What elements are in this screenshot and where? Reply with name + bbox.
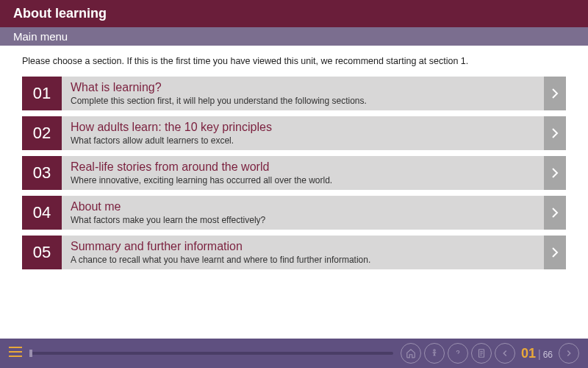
- footer-controls: 01 | 66: [401, 343, 579, 364]
- home-button[interactable]: [401, 343, 421, 364]
- section-description: Where innovative, exciting learning has …: [71, 175, 535, 185]
- page-title: About learning: [13, 6, 107, 21]
- accessibility-button[interactable]: [424, 343, 445, 364]
- page-title-bar: About learning: [0, 0, 588, 27]
- chevron-right-icon: [544, 156, 566, 190]
- svg-rect-1: [9, 351, 22, 353]
- main-content: Please choose a section. If this is the …: [0, 46, 588, 286]
- section-number: 02: [22, 116, 62, 150]
- instruction-text: Please choose a section. If this is the …: [22, 56, 566, 66]
- chevron-right-icon: [544, 196, 566, 230]
- section-description: A chance to recall what you have learnt …: [71, 255, 535, 265]
- section-item-04[interactable]: 04About meWhat factors make you learn th…: [22, 196, 566, 230]
- section-number: 05: [22, 236, 62, 269]
- svg-rect-2: [9, 355, 22, 357]
- section-title: Summary and further information: [71, 240, 535, 253]
- menu-icon[interactable]: [9, 347, 22, 360]
- section-item-01[interactable]: 01What is learning?Complete this section…: [22, 77, 566, 110]
- section-body: How adults learn: the 10 key principlesW…: [62, 116, 544, 150]
- section-number: 03: [22, 156, 62, 190]
- chevron-right-icon: [544, 236, 566, 269]
- section-body: About meWhat factors make you learn the …: [62, 196, 544, 230]
- page-counter: 01 | 66: [521, 346, 553, 361]
- page-separator: |: [538, 348, 541, 360]
- svg-point-3: [434, 350, 435, 351]
- progress-thumb[interactable]: [29, 350, 32, 357]
- help-button[interactable]: [448, 343, 468, 364]
- page-subtitle-bar: Main menu: [0, 27, 588, 46]
- notes-button[interactable]: [471, 343, 492, 364]
- section-body: What is learning?Complete this section f…: [62, 77, 544, 110]
- section-title: How adults learn: the 10 key principles: [71, 121, 535, 134]
- section-item-02[interactable]: 02How adults learn: the 10 key principle…: [22, 116, 566, 150]
- section-item-05[interactable]: 05Summary and further informationA chanc…: [22, 236, 566, 269]
- section-description: What factors allow adult learners to exc…: [71, 135, 535, 146]
- current-page: 01: [521, 346, 536, 361]
- section-number: 01: [22, 77, 62, 110]
- section-title: Real-life stories from around the world: [71, 160, 535, 174]
- sections-list: 01What is learning?Complete this section…: [22, 77, 566, 269]
- section-title: About me: [71, 200, 535, 213]
- section-description: What factors make you learn the most eff…: [71, 215, 535, 225]
- total-pages: 66: [543, 350, 553, 360]
- section-number: 04: [22, 196, 62, 230]
- chevron-right-icon: [544, 77, 566, 110]
- prev-button[interactable]: [495, 343, 515, 364]
- section-body: Summary and further informationA chance …: [62, 236, 544, 269]
- footer-bar: 01 | 66: [0, 339, 588, 368]
- section-body: Real-life stories from around the worldW…: [62, 156, 544, 190]
- section-title: What is learning?: [71, 81, 535, 94]
- chevron-right-icon: [544, 116, 566, 150]
- section-item-03[interactable]: 03Real-life stories from around the worl…: [22, 156, 566, 190]
- section-description: Complete this section first, it will hel…: [71, 96, 535, 106]
- progress-bar[interactable]: [29, 352, 393, 355]
- svg-rect-0: [9, 347, 22, 348]
- page-subtitle: Main menu: [13, 30, 68, 43]
- next-button[interactable]: [559, 343, 579, 364]
